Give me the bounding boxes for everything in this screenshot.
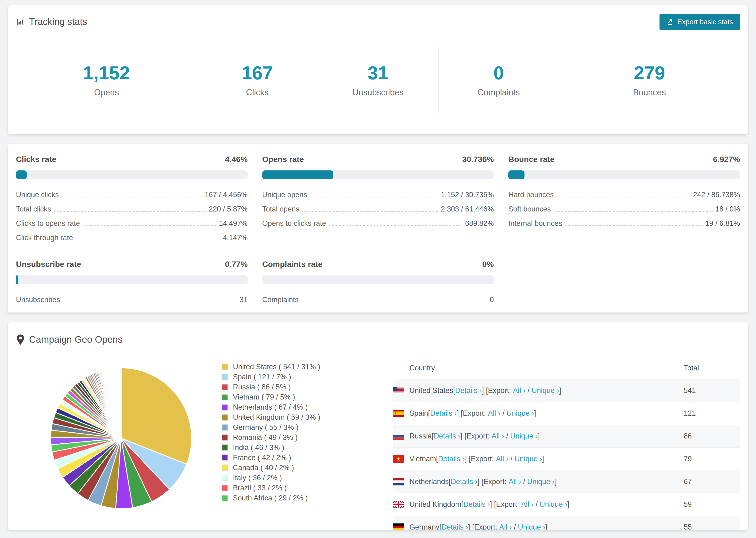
- campaign-geo-opens-title: Campaign Geo Opens: [16, 334, 123, 345]
- geo-pie-legend: United States ( 541 / 31% )Spain ( 121 /…: [222, 362, 334, 503]
- dotted-leader: [557, 197, 690, 197]
- details-link[interactable]: Details ›: [463, 500, 490, 509]
- bracket-text: ] [Export:: [460, 432, 492, 440]
- export-unique-link[interactable]: Unique ›: [514, 455, 542, 463]
- export-all-link[interactable]: All ›: [496, 455, 508, 463]
- stat-label: Unsubscribes: [352, 87, 404, 97]
- dotted-leader: [62, 197, 202, 197]
- total-cell: 59: [684, 500, 740, 509]
- table-row-vn: Vietnam [Details ›] [Export: All › / Uni…: [393, 447, 740, 470]
- legend-label: Canada ( 40 / 2% ): [233, 463, 294, 472]
- slash-text: /: [509, 455, 514, 463]
- export-all-link[interactable]: All ›: [513, 386, 525, 395]
- geo-table-header: Country Total: [393, 357, 740, 379]
- legend-label: Netherlands ( 67 / 4% ): [233, 403, 308, 411]
- legend-label: United Kingdom ( 59 / 3% ): [233, 413, 320, 422]
- dotted-leader: [82, 225, 216, 226]
- rate-detail-value: 14.497%: [219, 219, 247, 228]
- rate-title: Clicks rate: [16, 155, 56, 164]
- tracking-stats-title: Tracking stats: [16, 17, 87, 27]
- export-all-link[interactable]: All ›: [492, 432, 504, 440]
- country-cell: United States [Details ›] [Export: All ›…: [393, 386, 684, 395]
- export-unique-link[interactable]: Unique ›: [507, 409, 534, 418]
- rate-panel-head: Complaints rate0%: [262, 260, 494, 269]
- legend-label: France ( 42 / 2% ): [233, 454, 291, 462]
- rate-progress-fill: [16, 275, 18, 284]
- stat-label: Opens: [94, 87, 119, 97]
- total-cell: 79: [684, 455, 740, 463]
- slash-text: /: [512, 523, 518, 530]
- details-link[interactable]: Details ›: [434, 432, 460, 440]
- details-link[interactable]: Details ›: [430, 409, 457, 418]
- export-unique-link[interactable]: Unique ›: [531, 386, 559, 395]
- rate-panel-head: Clicks rate4.46%: [16, 155, 248, 164]
- export-all-link[interactable]: All ›: [509, 477, 521, 486]
- rate-progress-bar: [16, 170, 248, 179]
- rate-detail-row: Click through rate4.147%: [16, 234, 248, 242]
- stat-value: 0: [494, 62, 504, 84]
- country-name: Russia: [409, 432, 432, 440]
- country-column-header: Country: [393, 364, 684, 372]
- legend-label: Romania ( 49 / 3% ): [233, 433, 298, 442]
- bracket-text: ] [Export:: [490, 500, 521, 509]
- legend-swatch: [222, 374, 228, 380]
- rate-detail-row: Hard bounces242 / 86.738%: [508, 190, 740, 199]
- campaign-geo-opens-header: Campaign Geo Opens: [16, 322, 740, 357]
- campaign-geo-opens-body: United States ( 541 / 31% )Spain ( 121 /…: [16, 357, 740, 530]
- rate-detail-label: Opens to clicks rate: [262, 219, 326, 228]
- bracket-text: ] [Export:: [457, 409, 488, 418]
- stat-value: 31: [368, 62, 389, 84]
- dotted-leader: [310, 197, 438, 197]
- legend-swatch: [222, 475, 228, 481]
- rate-panel-clicks-rate: Clicks rate4.46%Unique clicks167 / 4.456…: [16, 155, 248, 248]
- stat-label: Complaints: [477, 87, 520, 97]
- rate-detail-value: 19 / 6.81%: [705, 219, 740, 228]
- export-all-link[interactable]: All ›: [521, 500, 534, 509]
- rate-detail-label: Clicks to opens rate: [16, 219, 80, 228]
- rate-panel-opens-rate: Opens rate30.736%Unique opens1,152 / 30.…: [262, 155, 494, 248]
- rate-progress-fill: [16, 170, 27, 179]
- legend-item: Spain ( 121 / 7% ): [222, 372, 334, 382]
- stats-row: 1,152Opens167Clicks31Unsubscribes0Compla…: [16, 47, 740, 113]
- rate-title: Opens rate: [262, 155, 304, 164]
- total-cell: 541: [684, 386, 740, 395]
- details-link[interactable]: Details ›: [451, 477, 477, 486]
- bracket-text: [: [461, 500, 463, 509]
- slash-text: /: [526, 386, 532, 395]
- bracket-text: [: [439, 523, 441, 530]
- details-link[interactable]: Details ›: [455, 386, 482, 395]
- export-all-link[interactable]: All ›: [499, 523, 512, 530]
- country-cell: Vietnam [Details ›] [Export: All › / Uni…: [393, 455, 684, 463]
- export-basic-stats-button[interactable]: Export basic stats: [660, 14, 740, 30]
- legend-item: India ( 46 / 3% ): [222, 443, 334, 453]
- bracket-text: ]: [542, 455, 544, 463]
- table-row-ru: Russia [Details ›] [Export: All › / Uniq…: [393, 425, 740, 447]
- bracket-text: [: [432, 432, 434, 440]
- legend-label: Germany ( 55 / 3% ): [233, 423, 298, 432]
- rate-progress-bar: [262, 275, 494, 284]
- stat-label: Clicks: [246, 87, 269, 97]
- dotted-leader: [301, 301, 487, 302]
- geo-country-table: Country Total United States [Details ›] …: [393, 357, 740, 530]
- export-unique-link[interactable]: Unique ›: [527, 477, 555, 486]
- export-icon: [667, 18, 674, 26]
- legend-label: South Africa ( 29 / 2% ): [233, 494, 308, 502]
- export-unique-link[interactable]: Unique ›: [510, 432, 538, 440]
- details-link[interactable]: Details ›: [438, 455, 465, 463]
- legend-label: Brazil ( 33 / 2% ): [233, 484, 287, 492]
- flag-ru-icon: [393, 432, 404, 440]
- campaign-geo-opens-card: Campaign Geo Opens United States ( 541 /…: [8, 322, 748, 530]
- export-unique-link[interactable]: Unique ›: [518, 523, 545, 530]
- legend-swatch: [222, 464, 228, 471]
- details-link[interactable]: Details ›: [441, 523, 468, 530]
- bracket-text: ]: [534, 409, 536, 418]
- country-cell: Spain [Details ›] [Export: All › / Uniqu…: [393, 409, 684, 418]
- legend-item: Romania ( 49 / 3% ): [222, 432, 334, 443]
- rate-detail-label: Hard bounces: [508, 190, 554, 199]
- stat-value: 167: [242, 62, 273, 84]
- flag-gb-icon: [393, 501, 404, 508]
- export-unique-link[interactable]: Unique ›: [540, 500, 567, 509]
- rate-detail-row: Total opens2,303 / 61.446%: [262, 205, 494, 213]
- export-all-link[interactable]: All ›: [488, 409, 500, 418]
- dotted-leader: [565, 225, 702, 226]
